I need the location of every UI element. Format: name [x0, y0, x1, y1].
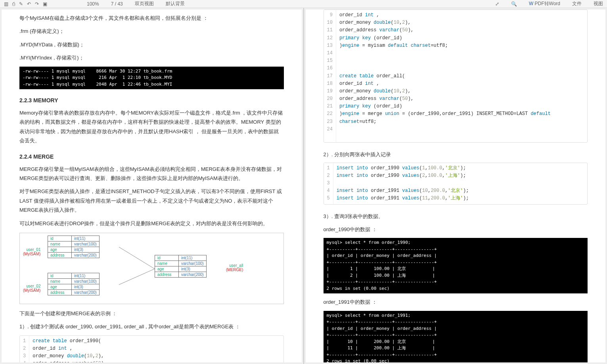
label-1990: order_1990中的数据 ： — [324, 225, 588, 234]
svg-line-1 — [119, 269, 155, 285]
page-right: 9101112131415161718192021222324 order_id… — [306, 10, 606, 362]
expand-icon[interactable]: ⤢ — [495, 1, 499, 7]
page-current[interactable]: 7 — [111, 1, 114, 7]
zoom-level[interactable]: 100% — [87, 1, 99, 7]
paragraph: .MYI(MYIndex , 存储索引)； — [19, 53, 284, 62]
svg-line-0 — [119, 247, 155, 269]
diagram-table-user02: idint(11)namevarchar(100)ageint(3)addres… — [48, 273, 100, 295]
diagram-label-user02-type: (MyISAM) — [23, 288, 40, 293]
terminal-output: -rw-rw---- 1 mysql mysql 8666 Mar 30 12:… — [19, 67, 284, 90]
diagram-label-user01: user_01 — [26, 247, 40, 252]
heading-223: 2.2.3 MEMORY — [19, 97, 284, 103]
sidebar-icon[interactable]: ▥ — [4, 1, 8, 7]
paragraph: 下面是一个创建和使用MERGE表的示例 ： — [19, 309, 284, 318]
word-icon: W — [529, 1, 533, 6]
toolbar: ▥ ⎙ ✎ ↶ ↷ ▣ 100% 7 / 43 双页视图 默认背景 ⤢ 🔍 W … — [0, 0, 607, 8]
diagram-label-user02: user_02 — [26, 284, 40, 288]
code-block-1: 12345 create table order_1990( order_id … — [19, 335, 284, 362]
page-left: 每个MyISAM在磁盘上存储成3个文件，其文件名都和表名相同，但拓展名分别是 ：… — [2, 10, 302, 362]
diagram-table-user01: idint(11)namevarchar(100)ageint(3)addres… — [48, 236, 100, 258]
print-icon[interactable]: ⎙ — [12, 1, 15, 7]
view-mode-dropdown[interactable]: 双页视图 — [135, 0, 154, 7]
diagram-label-userall-type: (MERGE) — [226, 268, 243, 272]
page-total: / 43 — [115, 1, 123, 7]
step-3-label: 3）. 查询3张表中的数据。 — [324, 212, 588, 221]
code-block-3: 12345 insert into order_1990 values(1,10… — [324, 163, 588, 205]
terminal-1990: mysql> select * from order_1990; +------… — [324, 238, 588, 293]
code-block-2: 9101112131415161718192021222324 order_id… — [324, 10, 588, 143]
diagram-table-userall: idint(11)namevarchar(100)ageint(3)addres… — [155, 255, 207, 278]
edit-icon[interactable]: ✎ — [19, 1, 23, 7]
paragraph: Memory存储引擎将表的数据存放在内存中。每个MEMORY表实际对应一个磁盘文… — [19, 108, 284, 146]
paragraph: 每个MyISAM在磁盘上存储成3个文件，其文件名都和表名相同，但拓展名分别是 ： — [19, 13, 284, 23]
paragraph: 1）. 创建3个测试表 order_1990, order_1991, orde… — [19, 322, 284, 331]
bg-mode-dropdown[interactable]: 默认背景 — [166, 0, 185, 7]
paragraph: .frm (存储表定义)； — [19, 27, 284, 36]
paragraph: 对于MERGE类型表的插入操作，是通过INSERT_METHOD子句定义插入的表… — [19, 187, 284, 215]
diagram-label-userall: user_all — [229, 263, 243, 268]
paragraph: .MYD(MYData , 存储数据)； — [19, 40, 284, 49]
pdf-to-word-button[interactable]: PDF转Word — [535, 1, 560, 6]
redo-icon[interactable]: ↷ — [35, 1, 39, 7]
search-icon[interactable]: 🔍 — [511, 1, 517, 7]
paragraph: MERGE存储引擎是一组MyISAM表的组合，这些MyISAM表必须结构完全相同… — [19, 165, 284, 183]
step-2-label: 2）. 分别向两张表中插入记录 — [324, 150, 588, 159]
merge-diagram: user_01 (MyISAM) idint(11)namevarchar(10… — [19, 233, 284, 304]
menu-file[interactable]: 文件 — [572, 0, 582, 7]
label-1991: order_1991中的数据 ： — [324, 297, 588, 307]
diagram-label-user01-type: (MyISAM) — [23, 252, 40, 256]
menu-view[interactable]: 视图 — [594, 0, 603, 7]
undo-icon[interactable]: ↶ — [27, 1, 31, 7]
heading-224: 2.2.4 MERGE — [19, 153, 284, 160]
fit-icon[interactable]: ▣ — [43, 1, 47, 7]
terminal-1991: mysql> select * from order_1991; +------… — [324, 311, 588, 362]
paragraph: 可以对MERGE表进行DROP操作，但是这个操作只是删除MERGE表的定义，对内… — [19, 219, 284, 228]
